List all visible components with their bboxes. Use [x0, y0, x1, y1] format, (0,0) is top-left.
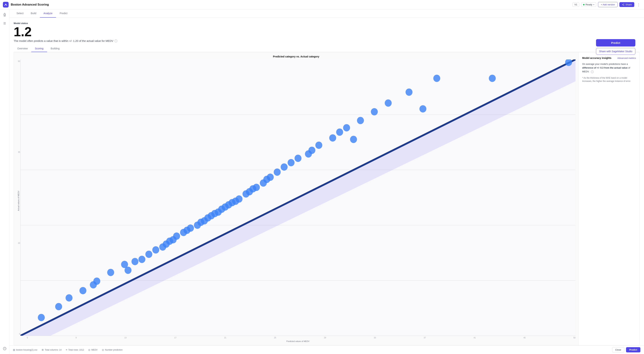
y-tick-35: 35 — [15, 151, 20, 153]
version-badge[interactable]: V1 — [572, 2, 579, 7]
sidebar-icon-help[interactable]: ? — [2, 346, 7, 351]
add-version-button[interactable]: + Add version — [598, 2, 618, 7]
svg-point-7 — [4, 13, 6, 15]
svg-text:?: ? — [4, 348, 5, 350]
prediction-label: Number prediction — [105, 349, 122, 351]
svg-point-68 — [294, 155, 302, 162]
svg-point-25 — [55, 303, 62, 310]
columns-icon: ⊞ — [42, 349, 44, 351]
action-buttons: Predict Share with SageMaker Studio — [596, 39, 636, 55]
svg-point-10 — [5, 14, 5, 14]
sidebar-icon-list[interactable] — [2, 21, 7, 26]
svg-point-33 — [132, 258, 138, 265]
svg-point-41 — [173, 233, 180, 240]
svg-point-44 — [187, 224, 194, 232]
insights-panel: Model accuracy insights Advanced metrics… — [578, 52, 640, 345]
svg-point-30 — [107, 269, 114, 276]
sub-tabs: Overview Scoring Building — [14, 45, 640, 52]
model-score: 1.2 — [14, 25, 640, 38]
tab-select[interactable]: Select — [13, 9, 27, 17]
sub-tab-scoring[interactable]: Scoring — [31, 45, 47, 52]
chevron-down-icon: ▾ — [593, 3, 594, 5]
info-icon[interactable]: i — [114, 39, 117, 42]
prediction-icon: ◎ — [102, 349, 104, 351]
svg-point-65 — [274, 169, 281, 176]
nav-tabs: Select Build Analyze Predict — [9, 9, 644, 17]
svg-point-66 — [281, 163, 288, 171]
advanced-metrics-link[interactable]: Advanced metrics — [618, 57, 636, 59]
sub-tab-building[interactable]: Building — [47, 45, 63, 52]
app-title: Boston Advanced Scoring — [11, 3, 572, 6]
svg-point-12 — [4, 13, 5, 13]
y-tick-5: 5 — [15, 333, 20, 335]
svg-line-6 — [622, 5, 624, 5]
target-label: MEDV — [91, 349, 98, 351]
chart-inner: 50 35 20 5 — [20, 59, 576, 342]
accuracy-note: * As the thickness of the MAE band on a … — [582, 76, 636, 83]
sidebar: ? — [0, 9, 9, 354]
model-status-section: Model status 1.2 The model often predict… — [14, 22, 640, 42]
sub-tab-overview[interactable]: Overview — [14, 45, 31, 52]
svg-point-24 — [38, 314, 45, 321]
svg-point-32 — [124, 267, 132, 274]
model-description: The model often predicts a value that is… — [14, 39, 640, 42]
chart-plot: 50 35 20 5 — [20, 59, 576, 336]
svg-point-74 — [343, 124, 350, 131]
tab-analyze[interactable]: Analyze — [40, 9, 56, 17]
sidebar-bottom: ? — [2, 346, 7, 351]
tab-predict[interactable]: Predict — [56, 9, 71, 17]
svg-point-73 — [336, 128, 343, 136]
app-logo — [3, 2, 8, 7]
close-button[interactable]: Close — [612, 347, 624, 353]
svg-point-77 — [371, 108, 378, 115]
file-meta: ▤ boston-housing(2).csv — [13, 349, 38, 351]
x-tick-29: 29 — [324, 337, 326, 339]
x-tick-17: 17 — [174, 337, 176, 339]
main-content: Select Build Analyze Predict Model statu… — [9, 9, 644, 354]
rows-label: Total rows: 1012 — [68, 349, 84, 351]
accuracy-desc-part1: On average your model's predictions have… — [582, 63, 628, 65]
more-options-button[interactable]: ⋮ — [636, 2, 641, 7]
content-area: Model status 1.2 The model often predict… — [9, 17, 644, 346]
topbar: Boston Advanced Scoring V1 Ready ▾ + Add… — [0, 0, 644, 9]
bottom-bar: ▤ boston-housing(2).csv ⊞ Total columns:… — [9, 346, 644, 354]
prediction-meta: ◎ Number prediction — [102, 349, 122, 351]
model-description-text: The model often predicts a value that is… — [14, 39, 114, 42]
layout: ? Select Build Analyze Predict Model sta… — [0, 9, 644, 354]
ready-dot — [583, 4, 584, 5]
x-tick-21: 21 — [224, 337, 226, 339]
x-ticks: 5 9 13 17 21 25 29 33 37 41 45 — [20, 336, 576, 339]
share-button[interactable]: Share — [620, 2, 634, 7]
svg-point-81 — [433, 75, 440, 82]
x-tick-13: 13 — [124, 337, 126, 339]
accuracy-info-icon[interactable]: i — [591, 70, 594, 73]
chart-section: Predicted category vs. Actual category A… — [14, 52, 640, 346]
svg-point-34 — [138, 256, 145, 263]
chart-title: Predicted category vs. Actual category — [17, 55, 576, 58]
svg-point-9 — [4, 14, 4, 14]
share-label: Share — [626, 3, 632, 6]
svg-point-35 — [145, 251, 152, 258]
svg-point-67 — [288, 159, 295, 166]
predict-primary-button[interactable]: Predict — [596, 39, 636, 46]
x-tick-5: 5 — [27, 337, 28, 339]
model-status-label: Model status — [14, 22, 640, 24]
x-tick-45: 45 — [524, 337, 526, 339]
tab-build[interactable]: Build — [27, 9, 40, 17]
ready-badge[interactable]: Ready ▾ — [581, 2, 596, 7]
bottom-right-actions: Close Predict — [612, 347, 640, 353]
x-tick-25: 25 — [274, 337, 276, 339]
svg-point-1 — [5, 4, 6, 5]
predict-bottom-button[interactable]: Predict — [626, 347, 640, 353]
svg-line-5 — [622, 4, 624, 5]
x-axis-label: Predicted values of MEDV — [20, 339, 576, 342]
target-icon: ◎ — [88, 349, 90, 351]
share-sagemaker-button[interactable]: Share with SageMaker Studio — [596, 48, 636, 55]
rows-meta: ≡ Total rows: 1012 — [66, 349, 84, 351]
svg-point-26 — [66, 294, 72, 302]
share-icon — [622, 3, 624, 6]
topbar-right: V1 Ready ▾ + Add version Share ⋮ — [572, 2, 641, 7]
svg-point-70 — [308, 147, 315, 154]
svg-point-61 — [253, 184, 260, 191]
sidebar-icon-robot[interactable] — [2, 12, 7, 17]
